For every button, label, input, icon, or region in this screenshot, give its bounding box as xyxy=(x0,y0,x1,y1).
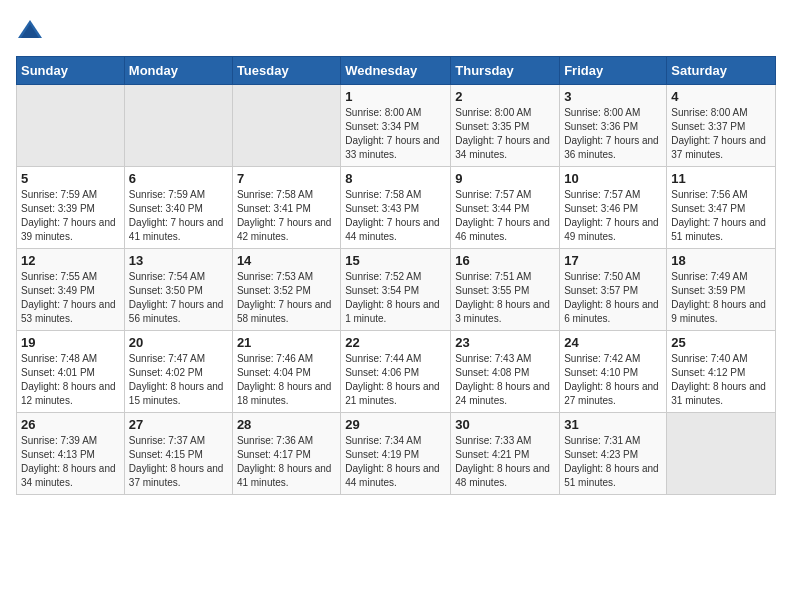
day-info: Sunrise: 8:00 AM Sunset: 3:37 PM Dayligh… xyxy=(671,106,771,162)
day-number: 28 xyxy=(237,417,336,432)
calendar-cell: 23Sunrise: 7:43 AM Sunset: 4:08 PM Dayli… xyxy=(451,331,560,413)
day-info: Sunrise: 7:48 AM Sunset: 4:01 PM Dayligh… xyxy=(21,352,120,408)
week-row-3: 12Sunrise: 7:55 AM Sunset: 3:49 PM Dayli… xyxy=(17,249,776,331)
day-number: 9 xyxy=(455,171,555,186)
calendar-cell: 9Sunrise: 7:57 AM Sunset: 3:44 PM Daylig… xyxy=(451,167,560,249)
day-info: Sunrise: 8:00 AM Sunset: 3:35 PM Dayligh… xyxy=(455,106,555,162)
day-info: Sunrise: 7:57 AM Sunset: 3:46 PM Dayligh… xyxy=(564,188,662,244)
calendar-cell: 22Sunrise: 7:44 AM Sunset: 4:06 PM Dayli… xyxy=(341,331,451,413)
day-header-friday: Friday xyxy=(560,57,667,85)
day-number: 10 xyxy=(564,171,662,186)
logo-icon xyxy=(16,16,44,44)
day-info: Sunrise: 7:58 AM Sunset: 3:43 PM Dayligh… xyxy=(345,188,446,244)
calendar-body: 1Sunrise: 8:00 AM Sunset: 3:34 PM Daylig… xyxy=(17,85,776,495)
day-info: Sunrise: 7:31 AM Sunset: 4:23 PM Dayligh… xyxy=(564,434,662,490)
day-info: Sunrise: 7:51 AM Sunset: 3:55 PM Dayligh… xyxy=(455,270,555,326)
day-info: Sunrise: 8:00 AM Sunset: 3:36 PM Dayligh… xyxy=(564,106,662,162)
calendar-cell: 28Sunrise: 7:36 AM Sunset: 4:17 PM Dayli… xyxy=(232,413,340,495)
day-number: 15 xyxy=(345,253,446,268)
day-number: 2 xyxy=(455,89,555,104)
calendar-cell: 17Sunrise: 7:50 AM Sunset: 3:57 PM Dayli… xyxy=(560,249,667,331)
day-number: 25 xyxy=(671,335,771,350)
day-info: Sunrise: 7:59 AM Sunset: 3:39 PM Dayligh… xyxy=(21,188,120,244)
day-number: 20 xyxy=(129,335,228,350)
day-info: Sunrise: 7:44 AM Sunset: 4:06 PM Dayligh… xyxy=(345,352,446,408)
day-number: 26 xyxy=(21,417,120,432)
day-info: Sunrise: 7:43 AM Sunset: 4:08 PM Dayligh… xyxy=(455,352,555,408)
calendar-cell: 5Sunrise: 7:59 AM Sunset: 3:39 PM Daylig… xyxy=(17,167,125,249)
calendar-cell xyxy=(667,413,776,495)
day-number: 19 xyxy=(21,335,120,350)
day-header-sunday: Sunday xyxy=(17,57,125,85)
day-number: 29 xyxy=(345,417,446,432)
day-number: 14 xyxy=(237,253,336,268)
calendar-cell: 16Sunrise: 7:51 AM Sunset: 3:55 PM Dayli… xyxy=(451,249,560,331)
day-header-tuesday: Tuesday xyxy=(232,57,340,85)
calendar-cell: 1Sunrise: 8:00 AM Sunset: 3:34 PM Daylig… xyxy=(341,85,451,167)
day-number: 7 xyxy=(237,171,336,186)
day-number: 24 xyxy=(564,335,662,350)
calendar-cell: 29Sunrise: 7:34 AM Sunset: 4:19 PM Dayli… xyxy=(341,413,451,495)
days-header-row: SundayMondayTuesdayWednesdayThursdayFrid… xyxy=(17,57,776,85)
calendar-cell: 18Sunrise: 7:49 AM Sunset: 3:59 PM Dayli… xyxy=(667,249,776,331)
day-info: Sunrise: 7:53 AM Sunset: 3:52 PM Dayligh… xyxy=(237,270,336,326)
day-number: 4 xyxy=(671,89,771,104)
calendar-cell: 12Sunrise: 7:55 AM Sunset: 3:49 PM Dayli… xyxy=(17,249,125,331)
calendar-cell: 20Sunrise: 7:47 AM Sunset: 4:02 PM Dayli… xyxy=(124,331,232,413)
calendar-cell: 26Sunrise: 7:39 AM Sunset: 4:13 PM Dayli… xyxy=(17,413,125,495)
day-info: Sunrise: 7:39 AM Sunset: 4:13 PM Dayligh… xyxy=(21,434,120,490)
day-info: Sunrise: 7:33 AM Sunset: 4:21 PM Dayligh… xyxy=(455,434,555,490)
day-header-wednesday: Wednesday xyxy=(341,57,451,85)
day-header-saturday: Saturday xyxy=(667,57,776,85)
calendar-cell: 6Sunrise: 7:59 AM Sunset: 3:40 PM Daylig… xyxy=(124,167,232,249)
week-row-4: 19Sunrise: 7:48 AM Sunset: 4:01 PM Dayli… xyxy=(17,331,776,413)
calendar-cell: 30Sunrise: 7:33 AM Sunset: 4:21 PM Dayli… xyxy=(451,413,560,495)
calendar-cell: 4Sunrise: 8:00 AM Sunset: 3:37 PM Daylig… xyxy=(667,85,776,167)
day-info: Sunrise: 7:34 AM Sunset: 4:19 PM Dayligh… xyxy=(345,434,446,490)
day-info: Sunrise: 7:57 AM Sunset: 3:44 PM Dayligh… xyxy=(455,188,555,244)
week-row-2: 5Sunrise: 7:59 AM Sunset: 3:39 PM Daylig… xyxy=(17,167,776,249)
day-number: 18 xyxy=(671,253,771,268)
day-number: 17 xyxy=(564,253,662,268)
calendar-cell: 14Sunrise: 7:53 AM Sunset: 3:52 PM Dayli… xyxy=(232,249,340,331)
day-info: Sunrise: 8:00 AM Sunset: 3:34 PM Dayligh… xyxy=(345,106,446,162)
day-number: 27 xyxy=(129,417,228,432)
day-number: 13 xyxy=(129,253,228,268)
calendar-cell: 11Sunrise: 7:56 AM Sunset: 3:47 PM Dayli… xyxy=(667,167,776,249)
day-number: 1 xyxy=(345,89,446,104)
day-info: Sunrise: 7:36 AM Sunset: 4:17 PM Dayligh… xyxy=(237,434,336,490)
day-info: Sunrise: 7:46 AM Sunset: 4:04 PM Dayligh… xyxy=(237,352,336,408)
day-number: 5 xyxy=(21,171,120,186)
week-row-1: 1Sunrise: 8:00 AM Sunset: 3:34 PM Daylig… xyxy=(17,85,776,167)
calendar-cell: 19Sunrise: 7:48 AM Sunset: 4:01 PM Dayli… xyxy=(17,331,125,413)
calendar-cell: 7Sunrise: 7:58 AM Sunset: 3:41 PM Daylig… xyxy=(232,167,340,249)
day-number: 6 xyxy=(129,171,228,186)
calendar-cell xyxy=(124,85,232,167)
calendar-cell: 15Sunrise: 7:52 AM Sunset: 3:54 PM Dayli… xyxy=(341,249,451,331)
day-number: 3 xyxy=(564,89,662,104)
calendar-cell: 27Sunrise: 7:37 AM Sunset: 4:15 PM Dayli… xyxy=(124,413,232,495)
calendar-cell: 13Sunrise: 7:54 AM Sunset: 3:50 PM Dayli… xyxy=(124,249,232,331)
day-info: Sunrise: 7:40 AM Sunset: 4:12 PM Dayligh… xyxy=(671,352,771,408)
day-info: Sunrise: 7:47 AM Sunset: 4:02 PM Dayligh… xyxy=(129,352,228,408)
calendar-cell: 21Sunrise: 7:46 AM Sunset: 4:04 PM Dayli… xyxy=(232,331,340,413)
day-info: Sunrise: 7:50 AM Sunset: 3:57 PM Dayligh… xyxy=(564,270,662,326)
calendar-table: SundayMondayTuesdayWednesdayThursdayFrid… xyxy=(16,56,776,495)
day-number: 30 xyxy=(455,417,555,432)
calendar-cell: 2Sunrise: 8:00 AM Sunset: 3:35 PM Daylig… xyxy=(451,85,560,167)
calendar-cell: 31Sunrise: 7:31 AM Sunset: 4:23 PM Dayli… xyxy=(560,413,667,495)
day-info: Sunrise: 7:42 AM Sunset: 4:10 PM Dayligh… xyxy=(564,352,662,408)
calendar-cell: 24Sunrise: 7:42 AM Sunset: 4:10 PM Dayli… xyxy=(560,331,667,413)
logo xyxy=(16,16,48,44)
calendar-cell: 10Sunrise: 7:57 AM Sunset: 3:46 PM Dayli… xyxy=(560,167,667,249)
day-number: 12 xyxy=(21,253,120,268)
week-row-5: 26Sunrise: 7:39 AM Sunset: 4:13 PM Dayli… xyxy=(17,413,776,495)
day-header-thursday: Thursday xyxy=(451,57,560,85)
day-number: 23 xyxy=(455,335,555,350)
day-number: 16 xyxy=(455,253,555,268)
day-number: 31 xyxy=(564,417,662,432)
day-info: Sunrise: 7:52 AM Sunset: 3:54 PM Dayligh… xyxy=(345,270,446,326)
day-info: Sunrise: 7:58 AM Sunset: 3:41 PM Dayligh… xyxy=(237,188,336,244)
header xyxy=(16,16,776,44)
day-number: 8 xyxy=(345,171,446,186)
